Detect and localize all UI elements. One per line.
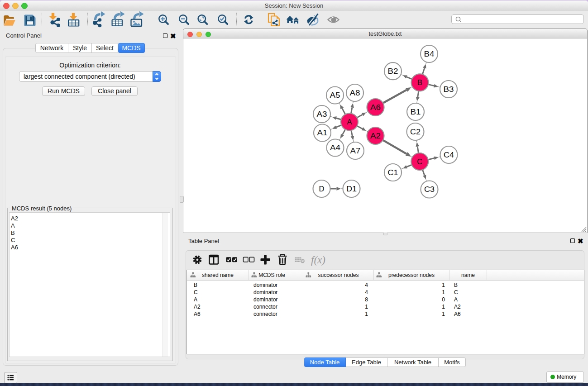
svg-text:C4: C4 — [444, 151, 454, 159]
svg-text:B1: B1 — [411, 108, 421, 116]
svg-text:C: C — [417, 157, 422, 166]
svg-text:A4: A4 — [330, 144, 340, 152]
svg-text:A2: A2 — [370, 132, 381, 140]
svg-text:C2: C2 — [410, 128, 421, 136]
svg-text:B3: B3 — [444, 86, 454, 93]
svg-text:B4: B4 — [424, 50, 435, 58]
svg-text:B2: B2 — [388, 67, 398, 75]
svg-text:C1: C1 — [388, 169, 398, 176]
svg-text:A: A — [347, 118, 352, 126]
svg-text:A8: A8 — [350, 89, 360, 97]
svg-text:C3: C3 — [424, 186, 435, 193]
svg-text:A7: A7 — [350, 147, 361, 155]
svg-text:D: D — [319, 185, 325, 193]
svg-text:A3: A3 — [317, 110, 327, 118]
svg-text:A6: A6 — [370, 104, 381, 111]
svg-text:A5: A5 — [330, 91, 340, 99]
svg-text:D1: D1 — [346, 185, 357, 193]
svg-text:f(x): f(x) — [311, 254, 325, 266]
svg-text:A1: A1 — [317, 129, 328, 137]
svg-text:B: B — [417, 78, 422, 86]
